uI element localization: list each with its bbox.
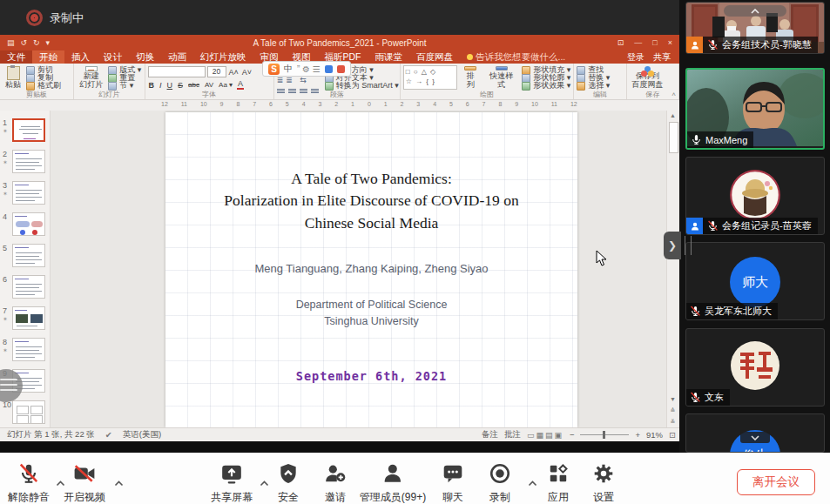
- ribbon-tab-设计[interactable]: 设计: [97, 50, 129, 64]
- participant-tile-6[interactable]: 俊生: [685, 413, 825, 453]
- slide-thumbnail-5[interactable]: 5: [0, 244, 50, 267]
- vertical-scrollbar[interactable]: ▲ ▼ ≙ ≚: [666, 111, 678, 427]
- spellcheck-icon[interactable]: ✔: [105, 430, 112, 440]
- signin-link[interactable]: 登录: [627, 51, 644, 64]
- strikethrough-button[interactable]: S: [177, 81, 184, 90]
- sogou-mode[interactable]: 中: [284, 63, 293, 75]
- zoom-slider[interactable]: [580, 434, 629, 435]
- participant-tile-3[interactable]: 会务组记录员-苗英蓉: [685, 157, 825, 235]
- toolbar-chat-button[interactable]: 聊天: [442, 462, 464, 504]
- slide-canvas[interactable]: A Tale of Two Pandemics: Polarization in…: [165, 112, 577, 427]
- previous-slide-icon[interactable]: ≙: [667, 406, 678, 416]
- leave-meeting-button[interactable]: 离开会议: [737, 469, 815, 495]
- slide-thumbnail-1[interactable]: 1✶: [0, 118, 50, 142]
- ribbon-options-icon[interactable]: ⊡: [617, 38, 624, 47]
- ribbon-tab-雨课堂[interactable]: 雨课堂: [368, 50, 410, 64]
- slide-thumbnail-4[interactable]: 4: [0, 212, 50, 236]
- undo-icon[interactable]: ↺: [21, 38, 28, 47]
- italic-button[interactable]: I: [159, 81, 163, 90]
- slide-thumbnail-2[interactable]: 2✶: [0, 150, 50, 173]
- sogou-logo-icon[interactable]: S: [268, 64, 280, 75]
- ribbon-tab-幻灯片放映[interactable]: 幻灯片放映: [193, 50, 253, 64]
- toolbar-invite-button[interactable]: 邀请: [324, 462, 347, 504]
- slide-thumbnail-6[interactable]: 6: [0, 275, 50, 299]
- paste-button[interactable]: 粘贴: [3, 65, 24, 90]
- zoom-level[interactable]: 91%: [646, 430, 663, 440]
- character-spacing-button[interactable]: AV: [204, 81, 214, 89]
- arrange-button[interactable]: 排列: [460, 65, 481, 90]
- share-link[interactable]: 共享: [653, 51, 671, 64]
- select-button[interactable]: 选择 ▾: [577, 82, 610, 90]
- scroll-down-icon[interactable]: ▼: [667, 394, 678, 405]
- ribbon-tab-切换[interactable]: 切换: [129, 50, 161, 64]
- ppt-statusbar: 幻灯片 第 1 张, 共 22 张 ✔ 英语(美国) 备注 批注 ▭▦▤▣ − …: [0, 427, 679, 441]
- font-name-box[interactable]: [148, 66, 206, 77]
- smartart-button[interactable]: 转换为 SmartArt ▾: [325, 82, 399, 90]
- participant-tile-2[interactable]: MaxMeng: [685, 68, 825, 150]
- bold-button[interactable]: B: [148, 81, 156, 90]
- participant-tile-5[interactable]: 文东: [685, 328, 825, 407]
- shrink-font-icon[interactable]: A˅: [241, 68, 253, 77]
- toolbar-apps-button[interactable]: 应用: [547, 462, 570, 504]
- toolbar-settings-button[interactable]: 设置: [592, 462, 615, 504]
- shape-effects-button[interactable]: 形状效果 ▾: [522, 82, 570, 90]
- toolbar-cam-off-button[interactable]: 开启视频: [64, 462, 105, 504]
- toolbar-record-button[interactable]: 录制: [489, 462, 511, 504]
- ribbon-tab-文件[interactable]: 文件: [0, 50, 32, 64]
- sidebar-resize-grip[interactable]: [685, 236, 692, 255]
- zoom-in-icon[interactable]: +: [635, 430, 640, 440]
- save-icon[interactable]: ▤: [7, 38, 15, 47]
- toolbar-mic-off-button[interactable]: 解除静音: [8, 462, 50, 504]
- toolbar-mic-off-chevron-icon[interactable]: [56, 474, 65, 490]
- comments-button[interactable]: 批注: [504, 429, 521, 440]
- save-to-baidu-button[interactable]: 保存到百度网盘: [630, 65, 666, 90]
- new-slide-button[interactable]: 新建幻灯片: [77, 65, 105, 90]
- zoom-out-icon[interactable]: −: [570, 430, 575, 440]
- qat-dropdown-icon[interactable]: ▾: [46, 38, 51, 47]
- font-color-button[interactable]: A: [237, 80, 244, 90]
- ribbon-tab-开始[interactable]: 开始: [32, 50, 64, 64]
- grow-font-icon[interactable]: A˄: [228, 68, 240, 77]
- ribbon-tab-动画[interactable]: 动画: [161, 50, 193, 64]
- collapse-panel-chevron-icon[interactable]: [740, 432, 770, 443]
- notes-button[interactable]: 备注: [482, 429, 498, 440]
- toolbar-share-screen-chevron-icon[interactable]: [260, 474, 269, 490]
- font-size-box[interactable]: 20: [207, 66, 226, 77]
- slide-thumbnail-10[interactable]: 10: [0, 400, 50, 424]
- slide-thumbnail-3[interactable]: 3✶: [0, 181, 50, 205]
- toolbar-members-button[interactable]: 管理成员(99+): [360, 462, 426, 504]
- toolbar-shield-button[interactable]: 安全: [277, 462, 300, 504]
- scrollbar-thumb[interactable]: [669, 122, 678, 153]
- restore-icon[interactable]: □: [652, 38, 657, 47]
- participant-tile-1[interactable]: 会务组技术员-郭晓慧: [685, 2, 825, 54]
- slide-thumbnail-8[interactable]: 8✶: [0, 338, 50, 361]
- toolbar-cam-off-chevron-icon[interactable]: [114, 474, 124, 490]
- minimize-icon[interactable]: —: [634, 38, 642, 47]
- scroll-up-icon[interactable]: ▲: [667, 111, 678, 121]
- close-icon[interactable]: ×: [668, 38, 672, 47]
- section-button[interactable]: 节 ▾: [108, 82, 141, 90]
- sogou-input-bar[interactable]: S 中 ” ⚙ ☰: [262, 61, 351, 77]
- underline-button[interactable]: U: [166, 81, 174, 90]
- animation-star-icon: ✶: [3, 191, 8, 198]
- quick-styles-button[interactable]: 快速样式: [483, 65, 519, 90]
- language-status[interactable]: 英语(美国): [123, 429, 161, 440]
- redo-icon[interactable]: ↻: [33, 38, 40, 47]
- collapse-tile-chevron-icon[interactable]: [724, 5, 786, 17]
- shapes-gallery[interactable]: □ ○ △ ◇☆ → { }: [403, 65, 458, 90]
- next-slide-icon[interactable]: ≚: [667, 417, 678, 427]
- quick-access-toolbar[interactable]: ▤ ↺ ↻ ▾: [7, 38, 50, 47]
- view-switcher-icons[interactable]: ▭▦▤▣: [527, 431, 563, 440]
- slide-thumbnail-7[interactable]: 7✶: [0, 306, 50, 330]
- toolbar-share-screen-button[interactable]: 共享屏幕: [211, 462, 253, 504]
- ribbon-tab-百度网盘[interactable]: 百度网盘: [409, 50, 460, 64]
- tell-me-box[interactable]: 告诉我您想要做什么...: [460, 50, 572, 64]
- toolbar-record-chevron-icon[interactable]: [528, 474, 537, 490]
- sidebar-collapse-handle[interactable]: ❯: [664, 232, 681, 259]
- clear-formatting-button[interactable]: abc: [187, 81, 200, 89]
- ribbon-tab-插入[interactable]: 插入: [64, 50, 97, 64]
- format-painter-button[interactable]: 格式刷: [26, 82, 61, 90]
- fit-to-window-icon[interactable]: ⊡: [669, 430, 676, 440]
- change-case-button[interactable]: Aa ▾: [218, 81, 233, 89]
- participant-tile-4[interactable]: 师大 吴龙军东北师大: [685, 242, 825, 320]
